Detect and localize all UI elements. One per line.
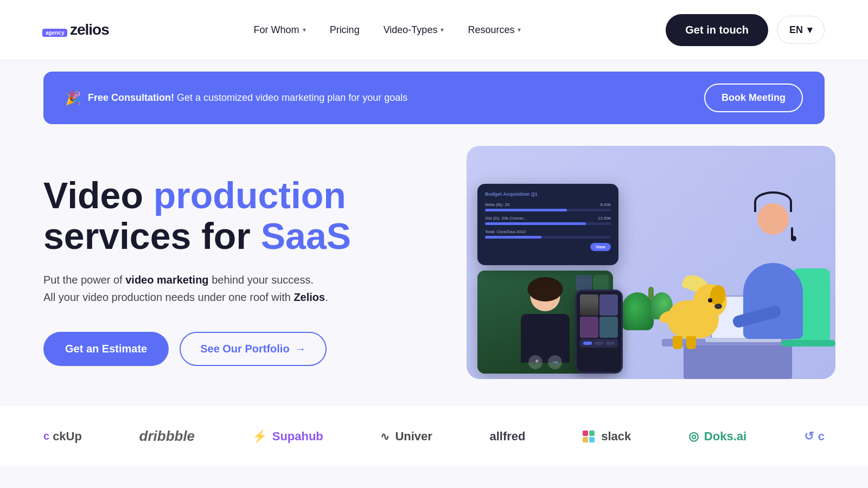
illustration-container: Budget Acquisition Q1 Meta (fb): 208.00k… xyxy=(467,146,835,379)
logo-supahub: ⚡Supahub xyxy=(252,429,323,444)
mic-icon[interactable]: 🎤 xyxy=(528,355,542,369)
nav-item-resources[interactable]: Resources ▾ xyxy=(468,24,521,36)
person-body xyxy=(743,263,803,339)
chevron-down-icon: ▾ xyxy=(518,26,521,34)
dog-back-leg xyxy=(686,336,696,349)
dog-nose xyxy=(714,304,722,309)
see-portfolio-button[interactable]: See Our Portfolio → xyxy=(180,332,326,366)
chair-seat xyxy=(781,340,835,346)
dog-eye xyxy=(708,298,712,303)
logos-section: cckUp dribbble ⚡Supahub ∿Univer allfred … xyxy=(0,406,868,466)
hero-buttons: Get an Estimate See Our Portfolio → xyxy=(43,332,369,366)
logo-slack: slack xyxy=(583,429,631,444)
hero-subtitle: Put the power of video marketing behind … xyxy=(43,271,369,306)
phone-bottom-bar xyxy=(580,339,618,348)
nav-item-pricing[interactable]: Pricing xyxy=(330,24,360,36)
nav-item-for-whom[interactable]: For Whom ▾ xyxy=(254,24,306,36)
mic-head xyxy=(791,236,796,241)
logo-text: zelios xyxy=(70,21,109,38)
nav-item-video-types[interactable]: Video-Types ▾ xyxy=(384,24,444,36)
promo-banner: 🎉 Free Consultation! Get a customized vi… xyxy=(43,72,825,124)
slack-grid-icon xyxy=(583,431,595,442)
dashboard-title: Budget Acquisition Q1 xyxy=(485,191,611,197)
chevron-down-icon: ▾ xyxy=(303,26,306,34)
headset-person xyxy=(743,263,803,339)
chevron-down-icon: ▾ xyxy=(807,24,812,36)
phone-overlay xyxy=(575,290,623,374)
logo-clickup: cckUp xyxy=(43,429,82,444)
logo-badge: agency xyxy=(42,29,67,37)
plant-leaves xyxy=(621,292,654,330)
hero-section: Video production services for SaaS Put t… xyxy=(0,124,868,406)
chevron-down-icon: ▾ xyxy=(441,26,444,34)
logo-allfred: allfred xyxy=(490,429,526,444)
arrow-icon: → xyxy=(295,343,306,355)
language-selector[interactable]: EN ▾ xyxy=(777,16,825,44)
hero-illustration: Budget Acquisition Q1 Meta (fb): 208.00k… xyxy=(391,157,825,384)
logo-dribbble: dribbble xyxy=(139,428,195,445)
banner-text: Free Consultation! Get a customized vide… xyxy=(88,92,698,104)
view-button[interactable]: View xyxy=(590,243,611,251)
get-in-touch-button[interactable]: Get in touch xyxy=(666,14,768,46)
dashboard-card: Budget Acquisition Q1 Meta (fb): 208.00k… xyxy=(477,184,618,265)
person-head xyxy=(757,203,789,235)
hero-content: Video production services for SaaS Put t… xyxy=(43,175,369,367)
dog xyxy=(659,279,730,349)
logo-extra: ↺c xyxy=(804,429,825,444)
get-estimate-button[interactable]: Get an Estimate xyxy=(43,332,169,366)
logo-univer: ∿Univer xyxy=(380,429,432,444)
dog-front-leg xyxy=(673,336,682,349)
book-meeting-button[interactable]: Book Meeting xyxy=(704,84,803,112)
hero-title: Video production services for SaaS xyxy=(43,175,369,256)
headset-arc xyxy=(754,191,792,212)
logo[interactable]: agency zelios xyxy=(43,21,109,38)
desk-leg xyxy=(684,345,792,379)
main-nav: For Whom ▾ Pricing Video-Types ▾ Resourc… xyxy=(254,24,521,36)
header-actions: Get in touch EN ▾ xyxy=(666,14,825,46)
video-person xyxy=(513,281,578,363)
logo-doks: ◎Doks.ai xyxy=(688,429,746,444)
header: agency zelios For Whom ▾ Pricing Video-T… xyxy=(0,0,868,60)
banner-emoji: 🎉 xyxy=(65,91,81,106)
video-icon[interactable]: 📹 xyxy=(548,355,562,369)
